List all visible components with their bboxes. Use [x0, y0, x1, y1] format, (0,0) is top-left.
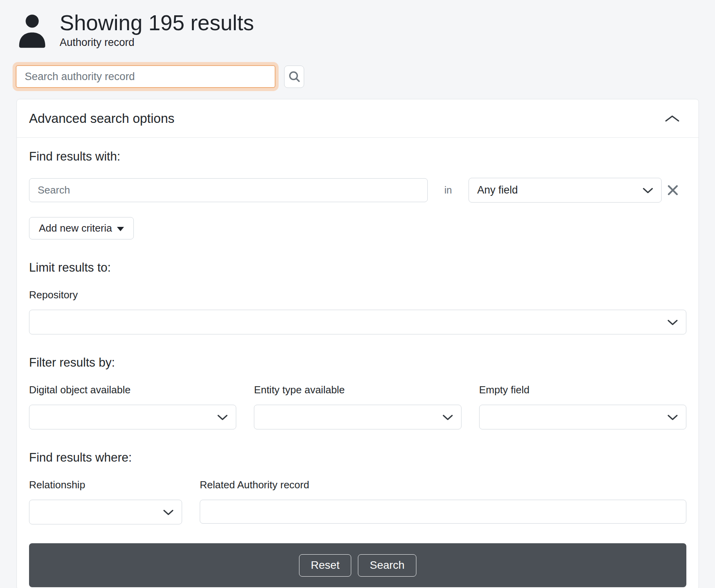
related-authority-field: Related Authority record: [200, 479, 686, 524]
search-input[interactable]: [16, 65, 275, 88]
x-icon: [666, 184, 679, 197]
chevron-down-icon: [163, 509, 173, 515]
page-subtitle: Authority record: [60, 37, 254, 49]
search-button[interactable]: [284, 66, 304, 88]
repository-select[interactable]: [29, 310, 686, 334]
chevron-down-icon: [643, 188, 653, 194]
criteria-field-select[interactable]: Any field: [469, 178, 662, 203]
heading-find-results-with: Find results with:: [29, 150, 686, 164]
entity-type-field: Entity type available: [254, 384, 461, 429]
heading-find-results-where: Find results where:: [29, 451, 686, 465]
remove-criteria-wrap: [662, 182, 686, 198]
related-authority-label: Related Authority record: [200, 479, 686, 491]
digital-object-select[interactable]: [29, 405, 236, 429]
empty-field-label: Empty field: [479, 384, 686, 396]
form-actions-bar: Reset Search: [29, 543, 686, 587]
panel-header: Advanced search options: [17, 99, 699, 138]
remove-criteria-button[interactable]: [665, 182, 681, 198]
criteria-field-select-value: Any field: [469, 178, 661, 202]
header-text: Showing 195 results Authority record: [60, 11, 254, 49]
add-criteria-label: Add new criteria: [39, 222, 112, 234]
criteria-search-input[interactable]: [29, 178, 428, 202]
relationship-label: Relationship: [29, 479, 182, 491]
magnifier-icon: [288, 71, 300, 82]
collapse-panel-button[interactable]: [663, 113, 681, 124]
criteria-connector: in: [428, 184, 469, 196]
criteria-row: in Any field: [29, 178, 686, 203]
chevron-down-icon: [668, 320, 678, 325]
page-title: Showing 195 results: [60, 11, 254, 35]
entity-type-label: Entity type available: [254, 384, 461, 396]
person-icon: [17, 13, 47, 49]
heading-limit-results-to: Limit results to:: [29, 261, 686, 275]
add-criteria-button[interactable]: Add new criteria: [29, 217, 134, 239]
chevron-down-icon: [668, 415, 678, 420]
digital-object-field: Digital object available: [29, 384, 236, 429]
heading-filter-results-by: Filter results by:: [29, 356, 686, 370]
header: Showing 195 results Authority record: [0, 0, 715, 49]
filter-grid: Digital object available Entity type ava…: [29, 384, 686, 429]
digital-object-label: Digital object available: [29, 384, 236, 396]
caret-down-icon: [117, 227, 124, 231]
search-submit-button[interactable]: Search: [358, 554, 416, 577]
advanced-search-panel: Advanced search options Find results wit…: [16, 99, 699, 588]
entity-type-select[interactable]: [254, 405, 461, 429]
related-authority-input[interactable]: [200, 500, 686, 524]
chevron-up-icon: [665, 115, 680, 122]
page: Showing 195 results Authority record Adv…: [0, 0, 715, 588]
where-row: Relationship Related Authority record: [29, 479, 686, 524]
panel-body: Find results with: in Any field: [17, 138, 699, 588]
reset-button[interactable]: Reset: [299, 554, 351, 577]
chevron-down-icon: [443, 415, 453, 420]
empty-field-select[interactable]: [479, 405, 686, 429]
repository-field: Repository: [29, 289, 686, 334]
search-bar: [16, 65, 715, 88]
relationship-field: Relationship: [29, 479, 182, 524]
repository-label: Repository: [29, 289, 686, 301]
panel-title: Advanced search options: [29, 111, 175, 126]
empty-field-field: Empty field: [479, 384, 686, 429]
relationship-select[interactable]: [29, 500, 182, 524]
chevron-down-icon: [217, 415, 228, 420]
